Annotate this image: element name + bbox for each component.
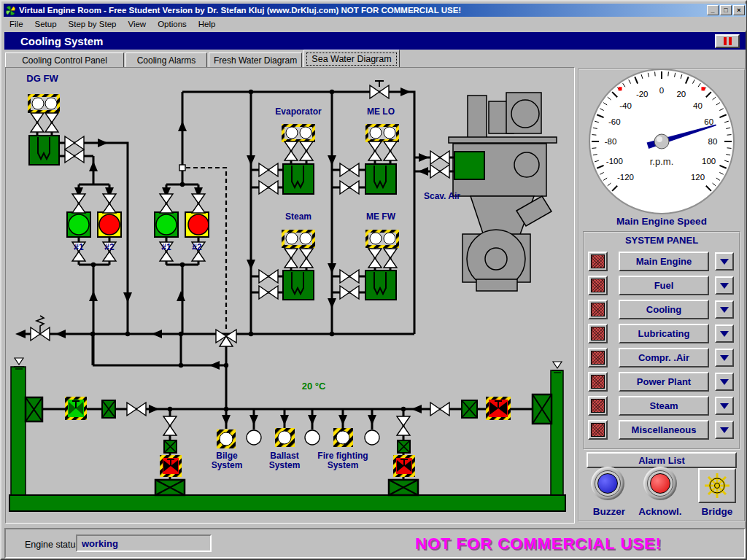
app-window: Virtual Engine Room - Free Student Versi… <box>0 0 747 560</box>
label-me-fw: ME FW <box>349 212 412 222</box>
tab-fresh-water-diagram[interactable]: Fresh Water Diagram <box>209 52 302 67</box>
button-main-engine[interactable]: Main Engine <box>619 252 709 271</box>
tab-cooling-control-panel[interactable]: Cooling Control Panel <box>5 52 124 67</box>
chevron-down-icon <box>720 307 729 313</box>
indicator-steam <box>588 396 608 416</box>
header-valve <box>370 81 389 98</box>
svg-text:-80: -80 <box>605 137 617 146</box>
chevron-down-icon <box>720 355 729 361</box>
fire-lamp <box>333 428 353 447</box>
license-watermark: NOT FOR COMMERCIAL USE! <box>341 534 735 553</box>
label-pump-1: #1 <box>67 243 90 252</box>
svg-text:60: 60 <box>704 117 713 126</box>
svg-text:-60: -60 <box>608 117 621 126</box>
melo-valve-2 <box>340 181 359 194</box>
menu-options[interactable]: Options <box>152 18 193 30</box>
system-header: Cooling System <box>4 32 746 50</box>
menu-step-by-step[interactable]: Step by Step <box>63 18 123 30</box>
bilge-lamp <box>217 429 236 448</box>
app-icon <box>5 5 16 16</box>
menu-bar: File Setup Step by Step View Options Hel… <box>4 17 746 31</box>
scav-inlet-valve <box>430 151 449 164</box>
menu-setup[interactable]: Setup <box>29 18 63 30</box>
pause-button[interactable] <box>715 34 740 48</box>
label-bilge-system: Bilge System <box>204 451 249 470</box>
dropdown-compr-air[interactable] <box>715 349 734 367</box>
mefw-vent-valve-2 <box>384 249 397 268</box>
pumps[interactable] <box>67 212 209 237</box>
menu-view[interactable]: View <box>122 18 152 30</box>
dgfw-vent-valve-1 <box>31 113 44 132</box>
sea-water-diagram: DG FW Evaporator ME LO Steam ME FW Scav.… <box>5 67 575 524</box>
dropdown-steam[interactable] <box>715 397 734 415</box>
button-lubricating[interactable]: Lubricating <box>619 324 709 343</box>
rpm-gauge: -120-100-80-60-40-20020406080100120r.p.m… <box>579 66 744 220</box>
mefw-vent-valve-1 <box>368 249 382 268</box>
close-button[interactable]: × <box>733 5 745 15</box>
label-pump-2: #2 <box>98 243 121 252</box>
indicator-lubricating <box>588 324 608 343</box>
svg-text:80: 80 <box>708 137 718 146</box>
me-lo-lamps <box>365 124 399 142</box>
strainer-small-left <box>102 400 115 418</box>
evaporator-lamps <box>282 124 315 142</box>
tap-lamp <box>305 430 320 445</box>
steam-valve-2 <box>259 286 278 299</box>
indicator-compr-air <box>588 348 608 368</box>
svg-text:-40: -40 <box>619 101 632 110</box>
scav-air-cooler <box>454 152 484 179</box>
strainer-drop-left <box>164 440 177 453</box>
tab-cooling-alarms[interactable]: Cooling Alarms <box>125 52 207 67</box>
menu-file[interactable]: File <box>4 18 29 30</box>
button-steam[interactable]: Steam <box>619 396 709 416</box>
sw-pump-4 <box>185 212 209 237</box>
label-pump-3: #1 <box>155 243 178 252</box>
pump2-suction-valve <box>103 194 116 213</box>
tap-lamp <box>247 430 261 445</box>
steam-vent-valve-2 <box>300 249 313 268</box>
acknowledge-label: Acknowl. <box>635 506 686 517</box>
minimize-button[interactable]: _ <box>707 5 719 15</box>
dgfw-inlet-valve <box>65 149 84 163</box>
button-miscellaneous[interactable]: Miscellaneous <box>619 420 709 440</box>
chevron-down-icon <box>720 427 729 433</box>
acknowledge-button[interactable] <box>643 467 677 500</box>
button-compr-air[interactable]: Compr. .Air <box>619 348 709 368</box>
indicator-fuel <box>588 276 608 295</box>
right-panel: -120-100-80-60-40-20020406080100120r.p.m… <box>578 69 746 522</box>
bridge-label: Bridge <box>692 506 743 517</box>
bridge-button[interactable] <box>698 468 736 503</box>
melo-vent-valve-1 <box>368 141 382 160</box>
mefw-valve-1 <box>340 270 359 283</box>
dropdown-power-plant[interactable] <box>715 373 734 391</box>
page-title: Cooling System <box>20 35 715 47</box>
melo-vent-valve-2 <box>384 141 397 160</box>
dropdown-main-engine[interactable] <box>715 252 734 271</box>
sea-suction-valve-open <box>65 397 87 420</box>
buzzer-button[interactable] <box>591 467 624 500</box>
button-fuel[interactable]: Fuel <box>619 276 709 295</box>
label-me-lo: ME LO <box>348 107 414 117</box>
label-steam: Steam <box>267 212 330 222</box>
button-cooling[interactable]: Cooling <box>619 300 709 319</box>
system-panel-title: SYSTEM PANEL <box>584 235 739 246</box>
low-suction-left <box>155 480 185 495</box>
pump4-suction-valve <box>192 194 205 213</box>
me-fw-cooler <box>365 271 396 300</box>
evaporator-cooler <box>283 164 314 194</box>
dropdown-cooling[interactable] <box>715 300 734 319</box>
button-power-plant[interactable]: Power Plant <box>619 372 709 392</box>
pause-icon <box>729 37 732 45</box>
chevron-down-icon <box>720 403 729 409</box>
maximize-button[interactable]: □ <box>720 5 732 15</box>
right-sea-chest <box>533 394 551 424</box>
dropdown-fuel[interactable] <box>715 276 734 295</box>
label-ballast-system: Ballast System <box>260 451 309 470</box>
menu-help[interactable]: Help <box>193 18 222 30</box>
alarm-list-button[interactable]: Alarm List <box>587 452 737 468</box>
dropdown-miscellaneous[interactable] <box>715 421 734 439</box>
system-lamps <box>217 428 379 448</box>
tab-sea-water-diagram[interactable]: Sea Water Diagram <box>303 50 400 67</box>
indicator-cooling <box>588 300 608 319</box>
dropdown-lubricating[interactable] <box>715 324 734 343</box>
